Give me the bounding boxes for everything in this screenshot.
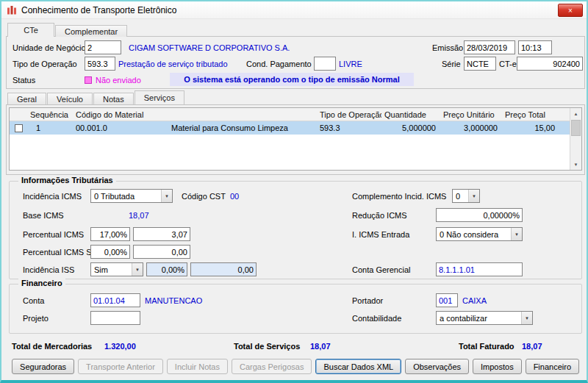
serie-label: Série: [442, 60, 461, 68]
conta-input[interactable]: [90, 293, 140, 307]
row-checkbox-cell: [10, 124, 27, 132]
financeiro-button[interactable]: Financeiro: [526, 359, 579, 374]
tab-geral[interactable]: Geral: [7, 93, 46, 104]
row-checkbox[interactable]: [15, 124, 23, 132]
percentual-icms-st-label: Percentual ICMS ST: [23, 248, 96, 257]
status-indicator-icon: [85, 76, 92, 84]
cond-pagamento-label: Cond. Pagamento: [246, 60, 312, 68]
tributarias-title: Informações Tributárias: [18, 176, 116, 185]
scroll-up-icon[interactable]: ▲: [570, 108, 581, 119]
grid-header-preco-total: Preço Total: [502, 110, 559, 119]
total-servicos-value: 18,07: [310, 342, 331, 351]
total-faturado-value: 18,07: [522, 342, 542, 351]
incidencia-iss-amount-input[interactable]: [190, 262, 257, 276]
serie-input[interactable]: [464, 57, 496, 71]
base-icms-label: Base ICMS: [23, 211, 64, 220]
financeiro-title: Financeiro: [18, 279, 65, 287]
tab-complementar[interactable]: Complementar: [55, 25, 127, 37]
tipo-operacao-input[interactable]: [85, 57, 115, 71]
tributarias-groupbox: Informações Tributárias Incidência ICMS …: [9, 181, 582, 279]
seguradoras-button[interactable]: Seguradoras: [12, 359, 74, 374]
row-sequencia: 1: [27, 124, 73, 132]
conta-gerencial-input[interactable]: [436, 262, 523, 276]
cte-number-input[interactable]: [517, 57, 583, 71]
incidencia-iss-label: Incidência ISS: [23, 265, 74, 274]
percentual-icms-value-input[interactable]: [133, 227, 190, 241]
grid-vertical-scrollbar[interactable]: ▲ ▼: [570, 108, 581, 170]
tab-servicos[interactable]: Serviços: [135, 90, 184, 104]
cond-pagamento-input[interactable]: [314, 57, 336, 71]
financeiro-groupbox: Financeiro Conta MANUTENCAO Portador CAI…: [9, 284, 582, 334]
complemento-incid-label: Complemento Incid. ICMS: [352, 192, 446, 201]
scroll-down-icon[interactable]: ▼: [570, 159, 581, 170]
emission-mode-message: O sistema está operando com o tipo de em…: [170, 73, 414, 86]
close-icon: ×: [568, 7, 573, 15]
icms-entrada-select[interactable]: 0 Não considera ▼: [436, 227, 523, 241]
incidencia-iss-pct-input[interactable]: [146, 262, 187, 276]
dropdown-arrow-icon: ▼: [468, 190, 479, 202]
percentual-icms-st-value-input[interactable]: [133, 245, 190, 259]
codigo-cst-label: Código CST: [182, 192, 226, 201]
impostos-button[interactable]: Impostos: [473, 359, 522, 374]
emissao-time-input[interactable]: [518, 40, 552, 54]
contabilidade-select[interactable]: a contabilizar ▼: [436, 311, 533, 325]
close-button[interactable]: ×: [558, 4, 583, 17]
sub-tabstrip: Geral Veículo Notas Serviços: [7, 91, 185, 104]
total-mercadorias-label: Total de Mercadorias: [12, 342, 92, 351]
servicos-grid: Sequência Código do Material Tipo de Ope…: [9, 107, 582, 171]
reducao-icms-input[interactable]: [436, 208, 523, 222]
contabilidade-value: a contabilizar: [437, 314, 521, 323]
complemento-incid-select[interactable]: 0 ▼: [452, 189, 480, 203]
tipo-operacao-label: Tipo de Operação: [12, 60, 77, 68]
grid-body: Sequência Código do Material Tipo de Ope…: [10, 108, 570, 170]
grid-header-sequencia: Sequência: [27, 110, 73, 119]
projeto-input[interactable]: [90, 311, 140, 325]
tab-cte[interactable]: CTe: [7, 23, 54, 37]
transporte-anterior-button: Transporte Anterior: [78, 359, 163, 374]
unidade-negocio-label: Unidade de Negócio: [12, 43, 86, 52]
tab-veiculo[interactable]: Veículo: [47, 93, 93, 104]
portador-label: Portador: [352, 296, 383, 305]
cargas-perigosas-button: Cargas Perigosas: [232, 359, 312, 374]
buscar-dados-xml-button[interactable]: Buscar Dados XML: [315, 359, 401, 374]
unidade-negocio-input[interactable]: [85, 40, 121, 54]
grid-header-preco-unitario: Preço Unitário: [440, 110, 502, 119]
status-label: Status: [12, 76, 35, 85]
titlebar: Conhecimento de Transporte Eletrônico ×: [1, 1, 587, 19]
scrollbar-thumb[interactable]: [571, 120, 581, 136]
portador-description: CAIXA: [462, 296, 487, 305]
observacoes-button[interactable]: Observações: [405, 359, 469, 374]
percentual-icms-pct-input[interactable]: [90, 227, 130, 241]
grid-row-selected[interactable]: 1 00.001.0 Material para Consumo Limpeza…: [10, 121, 570, 135]
reducao-icms-label: Redução ICMS: [352, 211, 407, 220]
total-mercadorias-value: 1.320,00: [104, 342, 136, 351]
percentual-icms-label: Percentual ICMS: [23, 230, 84, 239]
app-icon: [7, 5, 17, 15]
percentual-icms-st-pct-input[interactable]: [90, 245, 130, 259]
tab-notas[interactable]: Notas: [93, 93, 134, 104]
row-preco-unitario: 3,000000: [440, 124, 502, 132]
footer-button-row: Seguradoras Transporte Anterior Incluir …: [9, 359, 579, 374]
row-preco-total: 15,00: [502, 124, 559, 132]
dropdown-arrow-icon: ▼: [161, 190, 172, 202]
incidencia-icms-label: Incidência ICMS: [23, 192, 82, 201]
grid-header-row: Sequência Código do Material Tipo de Ope…: [10, 108, 570, 121]
conta-label: Conta: [23, 296, 44, 305]
complemento-incid-value: 0: [453, 192, 468, 201]
portador-input[interactable]: [436, 293, 458, 307]
row-codigo: 00.001.0: [73, 124, 168, 132]
incidencia-iss-value: Sim: [91, 265, 132, 274]
total-faturado-label: Total Faturado: [459, 342, 514, 351]
conta-gerencial-label: Conta Gerencial: [352, 265, 411, 274]
incidencia-icms-value: 0 Tributada: [91, 192, 161, 201]
icms-entrada-label: I. ICMS Entrada: [352, 230, 409, 239]
status-value: Não enviado: [96, 76, 141, 85]
grid-header-codigo: Código do Material: [73, 110, 168, 119]
incidencia-iss-select[interactable]: Sim ▼: [90, 262, 143, 276]
grid-header-quantidade: Quantidade: [381, 110, 440, 119]
icms-entrada-value: 0 Não considera: [437, 230, 511, 239]
emissao-date-input[interactable]: [464, 40, 515, 54]
incidencia-icms-select[interactable]: 0 Tributada ▼: [90, 189, 173, 203]
dropdown-arrow-icon: ▼: [132, 263, 143, 276]
cte-number-label: CT-e: [499, 60, 517, 68]
